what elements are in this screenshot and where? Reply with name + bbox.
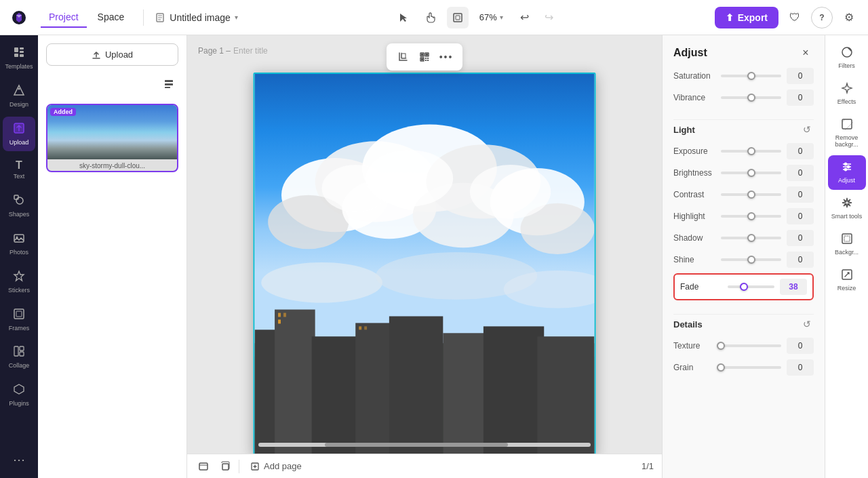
add-page-button[interactable]: Add page [245,458,307,474]
right-tool-adjust[interactable]: Adjust [828,155,866,190]
redo-btn[interactable]: ↪ [538,7,560,28]
smart-tools-icon [841,197,853,212]
vibrance-slider[interactable] [721,91,781,104]
brightness-row: Brightness 0 [673,165,814,181]
effects-label: Effects [837,98,856,106]
select-tool-btn[interactable] [393,7,414,28]
zoom-control[interactable]: 67% ▾ [474,9,509,25]
contrast-row: Contrast 0 [673,186,814,203]
svg-rect-33 [425,58,427,59]
canvas-duplicate-icon[interactable] [217,458,233,475]
uploaded-image-card[interactable]: Added sky-stormy-dull-clou... [46,104,178,172]
brightness-slider[interactable] [721,166,781,180]
page-title-input[interactable] [233,46,335,56]
exposure-label: Exposure [673,146,721,156]
sidebar-item-text[interactable]: T Text [3,154,35,186]
grain-slider[interactable] [721,361,781,374]
undo-btn[interactable]: ↩ [514,7,536,28]
exposure-slider[interactable] [721,144,781,158]
background-label: Backgr... [835,249,859,256]
resize-icon [841,268,853,283]
left-panel: Upload Added sky-stormy-dull-clou... [38,35,187,478]
svg-rect-41 [312,336,359,454]
shine-value: 0 [787,252,814,268]
frame-tool-btn[interactable] [447,7,469,28]
sidebar-item-templates-label: Templates [5,63,33,71]
upload-icon [13,122,25,138]
more-options-btn[interactable]: ••• [437,47,456,66]
tab-space[interactable]: Space [90,7,133,28]
adjust-light-section: Light ↺ Exposure 0 Brightness [663,119,825,314]
shield-btn[interactable]: 🛡 [784,7,806,28]
svg-rect-79 [844,236,850,241]
canvas-scrollbar-h[interactable] [258,443,591,447]
right-tool-background[interactable]: Backgr... [828,227,866,262]
svg-rect-44 [443,333,487,454]
contrast-slider[interactable] [721,188,781,201]
adjust-close-btn[interactable]: × [797,45,814,61]
shine-row: Shine 0 [673,252,814,268]
export-button[interactable]: ⬆ Export [715,7,778,28]
logo[interactable] [8,7,30,28]
left-sidebar: Templates Design Upload T Text Shapes [0,35,38,478]
canvas-frame[interactable] [254,73,596,456]
sidebar-item-shapes[interactable]: Shapes [3,188,35,224]
fade-label: Fade [680,282,728,292]
page-number: Page 1 – [198,46,231,56]
details-section-header: Details ↺ [673,314,814,331]
highlight-slider[interactable] [721,210,781,223]
settings-btn[interactable]: ⚙ [838,7,860,28]
fade-slider[interactable] [728,280,774,294]
sidebar-item-plugins[interactable]: Plugins [3,378,35,413]
texture-slider[interactable] [721,339,781,353]
texture-value: 0 [787,338,814,354]
tab-project[interactable]: Project [41,7,87,28]
add-page-label: Add page [264,461,302,471]
sidebar-item-frames[interactable]: Frames [3,302,35,338]
sidebar-item-stickers[interactable]: Stickers [3,264,35,300]
shadow-slider[interactable] [721,231,781,245]
hand-tool-btn[interactable] [420,7,441,28]
vibrance-value: 0 [787,89,814,106]
filters-icon [841,46,853,61]
svg-rect-45 [484,326,544,454]
fade-inner-row: Fade 38 [680,279,807,295]
right-tool-filters[interactable]: Filters [828,41,866,75]
help-btn[interactable]: ? [811,7,833,28]
canvas-toolbar: ••• [387,43,462,71]
qr-tool-btn[interactable] [415,47,434,66]
details-reset-btn[interactable]: ↺ [800,317,814,331]
document-dropdown-icon: ▾ [235,14,238,21]
saturation-value: 0 [787,68,814,84]
sidebar-item-text-label: Text [14,173,25,180]
export-label: Export [738,12,768,23]
light-reset-btn[interactable]: ↺ [800,123,814,136]
canvas-image [255,74,595,454]
uploaded-images-grid: Added sky-stormy-dull-clou... [38,98,186,178]
crop-tool-btn[interactable] [393,47,412,66]
sidebar-item-shapes-label: Shapes [9,211,30,218]
canvas-settings-icon[interactable] [195,458,212,475]
sidebar-item-design[interactable]: Design [3,79,35,114]
right-tool-remove-bg[interactable]: Remove backgr... [828,113,866,155]
svg-rect-21 [20,346,24,351]
sidebar-item-collage[interactable]: Collage [3,340,35,375]
sidebar-item-more[interactable]: ⋯ [3,447,35,473]
sidebar-item-photos[interactable]: Photos [3,226,35,262]
sidebar-item-upload[interactable]: Upload [3,117,35,152]
shine-slider[interactable] [721,253,781,266]
list-view-btn[interactable] [159,74,178,93]
templates-icon [13,46,25,62]
document-title-area[interactable]: Untitled image ▾ [155,12,238,23]
topbar-tabs: Project Space [41,7,132,28]
sidebar-item-templates[interactable]: Templates [3,41,35,76]
svg-rect-10 [14,54,18,57]
light-section-header: Light ↺ [673,119,814,136]
upload-button[interactable]: Upload [46,43,178,66]
plugins-icon [13,383,25,399]
right-tool-resize[interactable]: Resize [828,263,866,298]
right-tool-effects[interactable]: Effects [828,77,866,111]
saturation-slider[interactable] [721,69,781,83]
right-tool-smart[interactable]: Smart tools [828,191,866,226]
highlight-value: 0 [787,208,814,224]
